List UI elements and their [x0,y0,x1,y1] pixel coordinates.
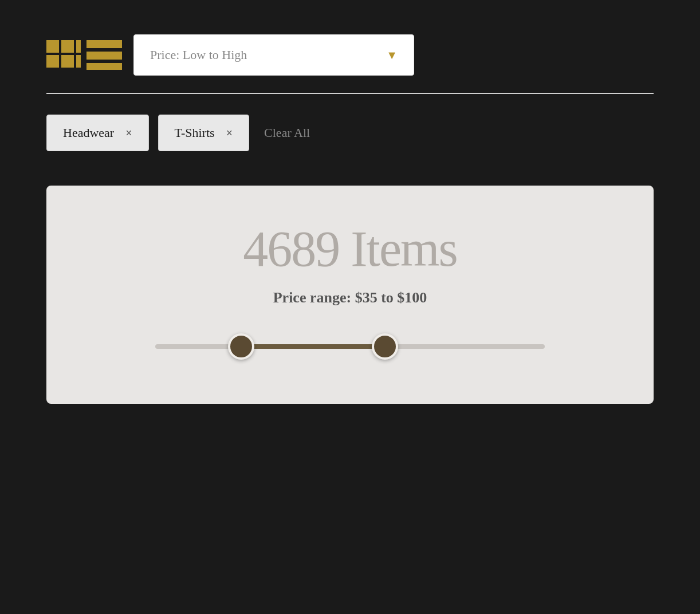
svg-rect-2 [76,40,81,53]
svg-rect-10 [86,52,122,60]
chevron-down-icon: ▼ [386,49,398,62]
filter-tag-tshirts-label: T-Shirts [175,125,215,140]
items-count: 4689 Items [243,220,457,278]
filter-tag-headwear-close[interactable]: × [125,127,132,139]
filter-tag-headwear[interactable]: Headwear × [46,115,149,151]
slider-thumb-min[interactable] [228,333,254,360]
slider-fill [241,344,386,349]
results-panel: 4689 Items Price range: $35 to $100 [46,186,654,404]
svg-rect-4 [61,55,74,68]
svg-rect-1 [61,40,74,53]
view-icons [46,40,122,70]
toolbar: Price: Low to High ▼ [46,34,654,76]
grid-icon[interactable] [46,40,81,70]
svg-rect-5 [76,55,81,68]
sort-dropdown[interactable]: Price: Low to High ▼ [133,34,414,76]
slider-thumb-max[interactable] [372,333,398,360]
list-icon[interactable] [86,40,122,70]
filter-tags-bar: Headwear × T-Shirts × Clear All [46,115,654,151]
svg-rect-0 [46,40,59,53]
filter-tag-tshirts-close[interactable]: × [226,127,233,139]
svg-rect-9 [86,40,122,48]
filter-tag-headwear-label: Headwear [63,125,114,140]
price-range-slider[interactable] [155,329,545,364]
filter-tag-tshirts[interactable]: T-Shirts × [158,115,250,151]
svg-rect-3 [46,55,59,68]
svg-rect-11 [86,63,122,70]
page-container: Price: Low to High ▼ Headwear × T-Shirts… [46,34,654,404]
slider-track [155,344,545,349]
sort-label: Price: Low to High [150,48,247,62]
price-range-label: Price range: $35 to $100 [273,289,427,306]
divider [46,93,654,94]
clear-all-button[interactable]: Clear All [264,125,310,140]
